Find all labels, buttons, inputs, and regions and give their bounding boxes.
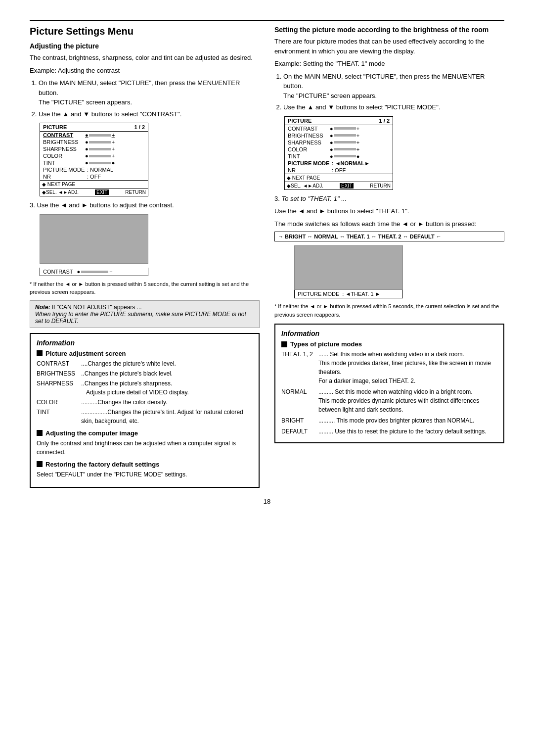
page-container: Picture Settings Menu Adjusting the pict… (30, 20, 504, 505)
right-step-2-text: Use the ▲ and ▼ buttons to select "PICTU… (283, 103, 440, 111)
types-of-picture-modes-title: Types of picture modes (281, 340, 497, 348)
picture-mode-body: There are four picture modes that can be… (274, 37, 504, 56)
theat-footer-label: PICTURE MODE (298, 291, 339, 297)
arrow-row-text: → BRIGHT ↔ NORMAL ↔ THEAT. 1 ↔ THEAT. 2 … (278, 234, 442, 239)
contrast-control: ●+ (85, 132, 115, 138)
tint-control: ●● (85, 160, 115, 166)
picture-menu-box-1: PICTURE 1 / 2 CONTRAST ●+ BRIGHTNESS ●+ … (40, 123, 148, 196)
info-box-right: Information Types of picture modes THEAT… (274, 324, 504, 443)
steps-list: On the MAIN MENU, select "PICTURE", then… (39, 78, 260, 119)
step-1-sub: The "PICTURE" screen appears. (39, 98, 132, 106)
menu-row-tint: TINT ●● (40, 159, 148, 166)
normal-row: NORMAL ......... Set this mode when watc… (281, 387, 497, 414)
sel-adj-label: ◆SEL. ◄►ADJ. (42, 189, 79, 195)
info-brightness-row: BRIGHTNESS ..Changes the picture's black… (37, 369, 253, 378)
info-box-right-title: Information (281, 330, 497, 337)
two-col-layout: Picture Settings Menu Adjusting the pict… (30, 26, 504, 488)
menu-row-color: COLOR ●+ (40, 152, 148, 159)
right-step-3-body2: The mode switches as follows each time t… (274, 219, 504, 229)
black-square-icon-4 (281, 341, 287, 347)
step-3-label: 3. Use the ◄ and ► buttons to adjust the… (30, 200, 260, 210)
info-box-left-title: Information (37, 339, 253, 347)
right-step-1-text: On the MAIN MENU, select "PICTURE", then… (283, 73, 485, 90)
info-contrast-row: CONTRAST ....Changes the picture's white… (37, 359, 253, 368)
menu-page-2: 1 / 2 (379, 118, 390, 124)
menu-row-contrast: CONTRAST ●+ (40, 132, 148, 139)
contrast-preview-box (40, 214, 148, 264)
bright-row: BRIGHT .......... This mode provides bri… (281, 416, 497, 425)
adjusting-picture-body: The contrast, brightness, sharpness, col… (30, 53, 260, 63)
example-label-right: Example: Setting the "THEAT. 1" mode (274, 59, 504, 69)
menu-footer-2: ◆SEL. ◄►ADJ. EXITRETURN (40, 188, 148, 196)
menu2-row-contrast: CONTRAST ●+ (285, 125, 393, 132)
menu2-row-brightness: BRIGHTNESS ●+ (285, 132, 393, 139)
theat-footer-value: : ◄THEAT. 1 ► (342, 291, 380, 297)
right-column: Setting the picture mode according to th… (274, 26, 504, 488)
black-square-icon (37, 350, 43, 356)
picture-mode-value: : NORMAL (87, 167, 113, 173)
nr-value: : OFF (87, 174, 101, 180)
menu2-row-tint: TINT ●● (285, 153, 393, 160)
picture-adjustment-screen-title: Picture adjustment screen (37, 350, 253, 357)
menu-header-1: PICTURE 1 / 2 (40, 123, 148, 132)
left-column: Picture Settings Menu Adjusting the pict… (30, 26, 260, 488)
black-square-icon-3 (37, 461, 43, 467)
factory-default-body: Select "DEFAULT" under the "PICTURE MODE… (37, 470, 253, 479)
menu-row-picture-mode: PICTURE MODE : NORMAL (40, 166, 148, 173)
return-label: RETURN (125, 189, 146, 195)
menu-page-1: 1 / 2 (134, 124, 145, 130)
menu2-footer-1: ◆ NEXT PAGE (285, 174, 393, 182)
menu-header-2: PICTURE 1 / 2 (285, 117, 393, 125)
info-sharpness-row: SHARPNESS ..Changes the picture's sharpn… (37, 379, 253, 397)
right-step-3-title: 3. To set to "THEAT. 1" ... (274, 194, 504, 204)
theat-12-row: THEAT. 1, 2 ...... Set this mode when wa… (281, 350, 497, 385)
menu-row-sharpness: SHARPNESS ●+ (40, 145, 148, 152)
menu2-row-color: COLOR ●+ (285, 146, 393, 153)
right-step-2: Use the ▲ and ▼ buttons to select "PICTU… (283, 102, 504, 112)
note-box: Note: If "CAN NOT ADJUST" appears ... Wh… (30, 300, 260, 328)
example-label: Example: Adjusting the contrast (30, 66, 260, 76)
picture-mode-section-title: Setting the picture mode according to th… (274, 26, 504, 34)
contrast-footer-control: ●+ (77, 269, 113, 275)
nr-label: NR (43, 174, 85, 180)
menu2-row-picture-mode: PICTURE MODE : ◄NORMAL► (285, 160, 393, 167)
steps-list-right: On the MAIN MENU, select "PICTURE", then… (283, 72, 504, 112)
contrast-footer: CONTRAST ●+ (40, 268, 148, 276)
top-border (30, 20, 504, 21)
page-number: 18 (30, 498, 504, 505)
step-2: Use the ▲ and ▼ buttons to select "CONTR… (39, 109, 260, 119)
page-title: Picture Settings Menu (30, 26, 260, 37)
contrast-label: CONTRAST (43, 132, 85, 138)
exit-btn[interactable]: EXIT (95, 189, 109, 195)
info-color-row: COLOR ..........Changes the color densit… (37, 398, 253, 407)
sharpness-label: SHARPNESS (43, 146, 85, 152)
adjusting-computer-image-title: Adjusting the computer image (37, 429, 253, 437)
picture-mode-label: PICTURE MODE (43, 167, 85, 173)
color-control: ●+ (85, 153, 115, 159)
computer-image-body: Only the contrast and brightness can be … (37, 439, 253, 457)
menu-footer-1: ◆ NEXT PAGE (40, 180, 148, 188)
menu2-footer-2: ◆SEL. ◄►ADJ. EXITRETURN (285, 182, 393, 189)
menu-title-1: PICTURE (43, 124, 67, 130)
tint-label: TINT (43, 160, 85, 166)
menu-title-2: PICTURE (288, 118, 312, 124)
info-tint-row: TINT ................Changes the picture… (37, 408, 253, 425)
right-step-3-body1: Use the ◄ and ► buttons to select "THEAT… (274, 206, 504, 216)
brightness-label: BRIGHTNESS (43, 139, 85, 145)
black-square-icon-2 (37, 430, 43, 436)
sharpness-control: ●+ (85, 146, 115, 152)
asterisk-note-2: * If neither the ◄ or ► button is presse… (274, 302, 504, 319)
info-box-left: Information Picture adjustment screen CO… (30, 333, 260, 488)
asterisk-note-1: * If neither the ◄ or ► button is presse… (30, 280, 260, 296)
brightness-control: ●+ (85, 139, 115, 145)
exit-btn-2[interactable]: EXIT (340, 183, 354, 189)
note-title: Note: (35, 304, 52, 311)
menu-row-nr: NR : OFF (40, 173, 148, 180)
picture-menu-box-2: PICTURE 1 / 2 CONTRAST ●+ BRIGHTNESS ●+ … (284, 116, 393, 190)
contrast-footer-label: CONTRAST (43, 269, 73, 275)
menu2-row-sharpness: SHARPNESS ●+ (285, 139, 393, 146)
theat-preview-box (294, 245, 403, 290)
step-2-text: Use the ▲ and ▼ buttons to select "CONTR… (39, 110, 181, 118)
note-title-suffix: If "CAN NOT ADJUST" appears ... (52, 304, 142, 311)
right-step-1-sub: The "PICTURE" screen appears. (283, 92, 377, 99)
